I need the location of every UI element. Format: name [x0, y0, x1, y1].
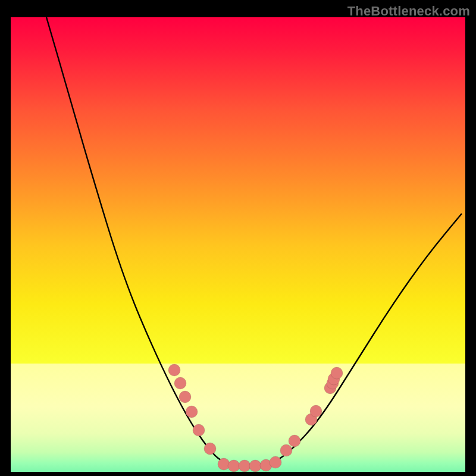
chart-canvas [11, 17, 465, 472]
data-marker [186, 406, 198, 418]
data-marker [193, 424, 205, 436]
chart-frame [11, 17, 465, 472]
data-marker [228, 460, 240, 472]
data-marker [174, 377, 186, 389]
data-marker [280, 444, 292, 456]
data-marker [204, 443, 216, 455]
data-marker [239, 460, 250, 472]
data-marker [270, 456, 281, 468]
data-marker [289, 435, 300, 447]
data-marker [310, 405, 322, 417]
data-marker [249, 460, 261, 472]
data-marker [168, 364, 180, 376]
data-marker [179, 391, 191, 403]
data-marker [331, 367, 343, 379]
highlight-band [11, 364, 465, 472]
